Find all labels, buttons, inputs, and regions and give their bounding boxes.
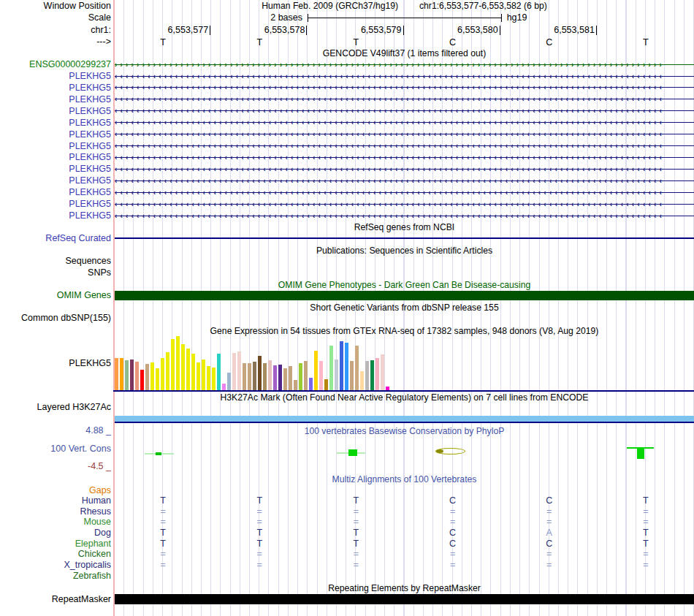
phylop-mark-core <box>436 449 443 453</box>
multiz-base: C <box>541 495 558 506</box>
gene-label-PLEKHG5[interactable]: PLEKHG5 <box>0 117 111 129</box>
gtex-expression-chart[interactable] <box>115 336 392 390</box>
gene-model-PLEKHG5[interactable]: ‹‹‹‹‹‹‹‹‹‹‹‹‹‹‹‹‹‹‹‹‹‹‹‹‹‹‹‹‹‹‹‹‹‹‹‹‹‹‹‹… <box>115 129 694 139</box>
dbsnp-title: Short Genetic Variants from dbSNP releas… <box>115 303 694 313</box>
species-label-dog[interactable]: Dog <box>0 527 111 539</box>
gtex-bar <box>145 364 149 390</box>
gtex-bar <box>243 363 246 390</box>
track-label-refseq-curated[interactable]: RefSeq Curated <box>0 232 111 244</box>
species-label-zebrafish[interactable]: Zebrafish <box>0 570 111 582</box>
track-label-layered-h3k27ac[interactable]: Layered H3K27Ac <box>0 401 111 413</box>
gene-model-PLEKHG5[interactable]: ‹‹‹‹‹‹‹‹‹‹‹‹‹‹‹‹‹‹‹‹‹‹‹‹‹‹‹‹‹‹‹‹‹‹‹‹‹‹‹‹… <box>115 106 694 115</box>
ruler-position: 6,553,577 <box>144 25 208 36</box>
gtex-bar <box>135 362 139 390</box>
gtex-bar <box>386 387 389 390</box>
gene-label-PLEKHG5[interactable]: PLEKHG5 <box>0 198 111 210</box>
gene-label-PLEKHG5[interactable]: PLEKHG5 <box>0 129 111 140</box>
gene-label-PLEKHG5[interactable]: PLEKHG5 <box>0 175 111 186</box>
gene-model-PLEKHG5[interactable]: ‹‹‹‹‹‹‹‹‹‹‹‹‹‹‹‹‹‹‹‹‹‹‹‹‹‹‹‹‹‹‹‹‹‹‹‹‹‹‹‹… <box>115 94 694 104</box>
gene-model-PLEKHG5[interactable]: ‹‹‹‹‹‹‹‹‹‹‹‹‹‹‹‹‹‹‹‹‹‹‹‹‹‹‹‹‹‹‹‹‹‹‹‹‹‹‹‹… <box>115 176 694 186</box>
phylop-mark-core <box>637 447 644 459</box>
gene-model-PLEKHG5[interactable]: ‹‹‹‹‹‹‹‹‹‹‹‹‹‹‹‹‹‹‹‹‹‹‹‹‹‹‹‹‹‹‹‹‹‹‹‹‹‹‹‹… <box>115 83 694 92</box>
gene-model-PLEKHG5[interactable]: ‹‹‹‹‹‹‹‹‹‹‹‹‹‹‹‹‹‹‹‹‹‹‹‹‹‹‹‹‹‹‹‹‹‹‹‹‹‹‹‹… <box>115 141 694 151</box>
multiz-base: T <box>637 495 655 506</box>
species-label-mouse[interactable]: Mouse <box>0 516 111 528</box>
gene-label-PLEKHG5[interactable]: PLEKHG5 <box>0 94 111 105</box>
gene-label-PLEKHG5[interactable]: PLEKHG5 <box>0 163 111 175</box>
gtex-bar <box>150 362 154 390</box>
h3k27ac-baseline <box>115 422 694 423</box>
multiz-base: = <box>444 548 462 560</box>
ruler-position: 6,553,580 <box>434 25 498 36</box>
gene-model-PLEKHG5[interactable]: ‹‹‹‹‹‹‹‹‹‹‹‹‹‹‹‹‹‹‹‹‹‹‹‹‹‹‹‹‹‹‹‹‹‹‹‹‹‹‹‹… <box>115 72 694 81</box>
gtex-bar <box>197 362 200 390</box>
track-label-100-vert-cons[interactable]: 100 Vert. Cons <box>0 443 111 455</box>
gene-label-PLEKHG5[interactable]: PLEKHG5 <box>0 151 111 163</box>
gtex-bar <box>329 346 333 390</box>
gtex-bar <box>207 366 210 390</box>
gene-model-PLEKHG5[interactable]: ‹‹‹‹‹‹‹‹‹‹‹‹‹‹‹‹‹‹‹‹‹‹‹‹‹‹‹‹‹‹‹‹‹‹‹‹‹‹‹‹… <box>115 118 694 127</box>
gene-label-PLEKHG5[interactable]: PLEKHG5 <box>0 70 111 82</box>
multiz-base: = <box>347 516 365 528</box>
multiz-base: = <box>444 559 462 571</box>
gene-label-PLEKHG5[interactable]: PLEKHG5 <box>0 186 111 198</box>
gene-label-ENSG00000299237[interactable]: ENSG00000299237 <box>0 58 111 70</box>
species-label-human[interactable]: Human <box>0 495 111 506</box>
track-label-gtex-plekhg5[interactable]: PLEKHG5 <box>0 357 111 369</box>
gtex-bar <box>314 351 318 390</box>
omim-genes-bar[interactable] <box>115 291 694 300</box>
multiz-base: = <box>347 548 365 560</box>
species-label-chicken[interactable]: Chicken <box>0 548 111 560</box>
species-label-x_tropicalis[interactable]: X_tropicalis <box>0 559 111 571</box>
refseq-curated-line[interactable] <box>115 237 694 239</box>
window-position-title: Human Feb. 2009 (GRCh37/hg19) chr1:6,553… <box>115 1 694 11</box>
gene-label-PLEKHG5[interactable]: PLEKHG5 <box>0 82 111 94</box>
base-letter: T <box>251 37 268 48</box>
track-label-omim-genes[interactable]: OMIM Genes <box>0 289 111 301</box>
gtex-bar <box>324 379 328 390</box>
gtex-bar <box>176 336 180 390</box>
gencode-title: GENCODE V49lift37 (1 items filtered out) <box>115 48 694 58</box>
gtex-bar <box>273 365 277 390</box>
gtex-bar <box>345 343 348 390</box>
publications-title: Publications: Sequences in Scientific Ar… <box>115 246 694 256</box>
gtex-bar <box>120 358 123 390</box>
gtex-bar <box>186 349 190 390</box>
gene-model-PLEKHG5[interactable]: ‹‹‹‹‹‹‹‹‹‹‹‹‹‹‹‹‹‹‹‹‹‹‹‹‹‹‹‹‹‹‹‹‹‹‹‹‹‹‹‹… <box>115 188 694 197</box>
gtex-bar <box>166 352 169 390</box>
gtex-bar <box>375 358 379 390</box>
gtex-bar <box>360 371 364 390</box>
multiz-base: = <box>154 548 172 560</box>
multiz-base: T <box>154 527 172 539</box>
assembly-title: Human Feb. 2009 (GRCh37/hg19) <box>262 1 398 11</box>
gene-model-PLEKHG5[interactable]: ‹‹‹‹‹‹‹‹‹‹‹‹‹‹‹‹‹‹‹‹‹‹‹‹‹‹‹‹‹‹‹‹‹‹‹‹‹‹‹‹… <box>115 153 694 162</box>
gtex-bar <box>130 360 134 390</box>
h3k27ac-signal-bar[interactable] <box>115 416 694 422</box>
track-label-repeatmasker[interactable]: RepeatMasker <box>0 593 111 605</box>
gtex-bar <box>202 360 205 390</box>
ruler-tick <box>306 26 307 35</box>
gtex-bar <box>263 363 267 390</box>
gene-model-ENSG00000299237[interactable]: ››››››››››››››››››››››››››››››››››››››››… <box>115 60 694 69</box>
multiz-base: T <box>154 495 172 506</box>
multiz-base: T <box>637 527 655 539</box>
track-label-snps[interactable]: SNPs <box>0 267 111 278</box>
track-label-common-dbsnp[interactable]: Common dbSNP(155) <box>0 312 111 324</box>
gtex-bar <box>161 358 164 390</box>
multiz-base: T <box>251 495 268 506</box>
multiz-base: = <box>637 548 655 560</box>
multiz-base: C <box>444 527 462 539</box>
repeatmasker-bar[interactable] <box>115 594 694 604</box>
gene-label-PLEKHG5[interactable]: PLEKHG5 <box>0 140 111 152</box>
base-letter: T <box>637 37 655 48</box>
gtex-bar <box>289 366 292 390</box>
gtex-bar <box>115 358 118 390</box>
track-label-sequences[interactable]: Sequences <box>0 255 111 267</box>
gene-model-PLEKHG5[interactable]: ‹‹‹‹‹‹‹‹‹‹‹‹‹‹‹‹‹‹‹‹‹‹‹‹‹‹‹‹‹‹‹‹‹‹‹‹‹‹‹‹… <box>115 164 694 174</box>
gene-model-PLEKHG5[interactable]: ‹‹‹‹‹‹‹‹‹‹‹‹‹‹‹‹‹‹‹‹‹‹‹‹‹‹‹‹‹‹‹‹‹‹‹‹‹‹‹‹… <box>115 211 694 221</box>
gene-label-PLEKHG5[interactable]: PLEKHG5 <box>0 210 111 221</box>
gene-model-PLEKHG5[interactable]: ‹‹‹‹‹‹‹‹‹‹‹‹‹‹‹‹‹‹‹‹‹‹‹‹‹‹‹‹‹‹‹‹‹‹‹‹‹‹‹‹… <box>115 199 694 209</box>
gene-label-PLEKHG5[interactable]: PLEKHG5 <box>0 105 111 117</box>
gtex-bar <box>237 351 241 390</box>
gtex-bar <box>140 370 144 390</box>
